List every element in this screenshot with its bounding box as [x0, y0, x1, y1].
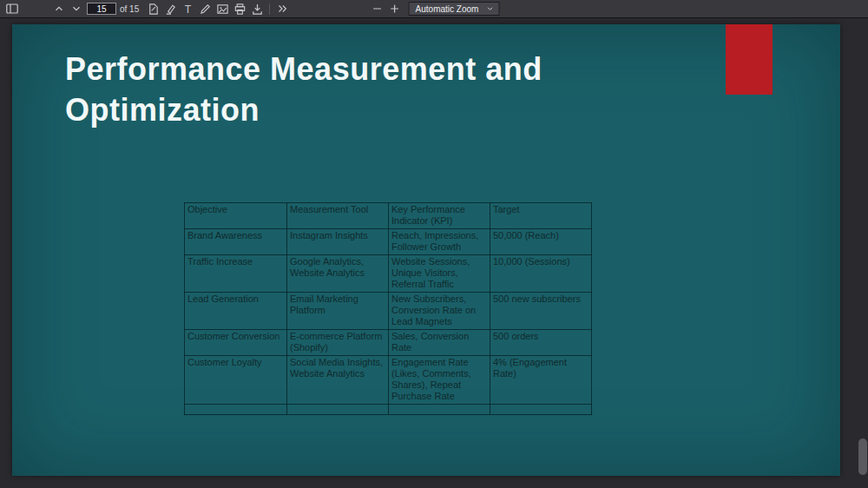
pdf-page-slide: Performance Measurement and Optimization… — [12, 24, 840, 476]
table-cell: 50,000 (Reach) — [490, 229, 592, 255]
image-icon — [216, 3, 229, 16]
toolbar-left-group: of 15 — [3, 1, 144, 16]
pdf-viewer-canvas-area: Performance Measurement and Optimization… — [0, 18, 868, 487]
draw-icon — [199, 3, 212, 16]
page-number-input[interactable] — [87, 3, 116, 15]
table-cell: Traffic Increase — [185, 255, 287, 293]
zoom-out-icon — [372, 3, 384, 15]
zoom-out-button[interactable] — [369, 1, 386, 16]
highlight-button[interactable] — [161, 1, 179, 16]
print-button[interactable] — [231, 1, 248, 16]
pdf-viewer-app: of 15 Automatic Zoom — [0, 0, 868, 488]
print-icon — [233, 3, 247, 16]
table-row: Lead GenerationEmail Marketing PlatformN… — [185, 293, 592, 330]
next-page-button[interactable] — [68, 1, 85, 16]
slide-title: Performance Measurement and Optimization — [65, 49, 655, 130]
table-row: Traffic IncreaseGoogle Analytics, Websit… — [185, 255, 592, 293]
save-icon — [251, 3, 264, 16]
image-button[interactable] — [214, 1, 231, 16]
table-row — [185, 405, 592, 415]
table-cell: New Subscribers, Conversion Rate on Lead… — [389, 293, 490, 330]
sidebar-toggle-icon — [5, 2, 19, 16]
table-header-cell: Key Performance Indicator (KPI) — [389, 203, 490, 229]
table-cell: Brand Awareness — [185, 229, 287, 255]
free-text-icon: T — [181, 3, 194, 16]
table-cell — [185, 405, 287, 415]
toolbar-center-group: Automatic Zoom — [369, 1, 500, 16]
vertical-scrollbar[interactable] — [858, 18, 868, 487]
table-cell — [287, 405, 389, 415]
kpi-table: ObjectiveMeasurement ToolKey Performance… — [184, 202, 592, 415]
free-text-button[interactable]: T — [179, 1, 196, 16]
pdf-toolbar: of 15 Automatic Zoom — [0, 0, 868, 18]
toolbar-separator — [269, 3, 270, 15]
zoom-in-icon — [389, 3, 401, 15]
more-tools-button[interactable] — [273, 1, 291, 16]
table-cell: E-commerce Platform (Shopify) — [287, 330, 389, 356]
table-cell: Instagram Insights — [287, 229, 389, 255]
chevron-down-icon — [485, 4, 494, 13]
svg-text:T: T — [185, 3, 192, 15]
table-cell: Sales, Conversion Rate — [389, 330, 490, 356]
highlight-icon — [164, 3, 177, 16]
sidebar-toggle-button[interactable] — [3, 1, 21, 16]
accent-rect — [726, 24, 773, 95]
table-cell: Customer Conversion — [185, 330, 287, 356]
zoom-select-label: Automatic Zoom — [416, 4, 479, 14]
table-cell: 4% (Engagement Rate) — [490, 356, 592, 405]
chevron-up-icon — [53, 3, 65, 15]
table-cell: Website Sessions, Unique Visitors, Refer… — [389, 255, 490, 293]
page-count-label: of 15 — [120, 4, 139, 14]
table-header-cell: Target — [490, 203, 592, 229]
table-cell — [490, 405, 592, 415]
zoom-select[interactable]: Automatic Zoom — [409, 2, 500, 16]
table-cell: 500 orders — [490, 330, 592, 356]
toolbar-right-group: T — [144, 1, 291, 16]
edit-icon — [147, 3, 160, 16]
table-header-cell: Measurement Tool — [287, 203, 389, 229]
table-row: Brand AwarenessInstagram InsightsReach, … — [185, 229, 592, 255]
double-chevron-right-icon — [276, 3, 288, 15]
zoom-in-button[interactable] — [386, 1, 404, 16]
table-cell: 10,000 (Sessions) — [490, 255, 592, 293]
table-cell: Lead Generation — [185, 293, 287, 330]
table-cell: Email Marketing Platform — [287, 293, 389, 330]
table-cell: Reach, Impressions, Follower Growth — [389, 229, 490, 255]
table-row: Customer LoyaltySocial Media Insights, W… — [185, 356, 592, 405]
chevron-down-icon — [70, 3, 82, 15]
scrollbar-thumb[interactable] — [858, 439, 867, 475]
edit-button[interactable] — [144, 1, 161, 16]
previous-page-button[interactable] — [50, 1, 68, 16]
table-header-cell: Objective — [185, 203, 287, 229]
table-row: Customer ConversionE-commerce Platform (… — [185, 330, 592, 356]
save-button[interactable] — [248, 1, 266, 16]
table-header-row: ObjectiveMeasurement ToolKey Performance… — [185, 203, 592, 229]
table-cell: Engagement Rate (Likes, Comments, Shares… — [389, 356, 490, 405]
table-cell: Google Analytics, Website Analytics — [287, 255, 389, 293]
table-cell — [389, 405, 490, 415]
table-cell: 500 new subscribers — [490, 293, 592, 330]
draw-button[interactable] — [196, 1, 214, 16]
table-cell: Customer Loyalty — [185, 356, 287, 405]
table-cell: Social Media Insights, Website Analytics — [287, 356, 389, 405]
